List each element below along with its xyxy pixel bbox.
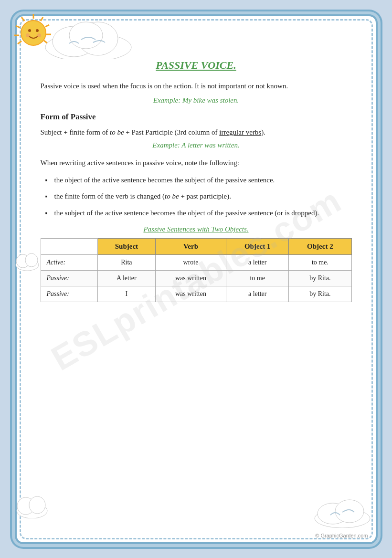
active-object1: a letter	[226, 255, 289, 271]
bullet-item-2: the finite form of the verb is changed (…	[45, 190, 352, 202]
irregular-verbs-link[interactable]: irregular verbs	[219, 128, 261, 136]
active-subject: Rita	[97, 255, 155, 271]
col-header-object2: Object 2	[289, 239, 351, 255]
svg-point-11	[36, 29, 39, 32]
passive1-verb: was written	[155, 271, 226, 286]
page-title: PASSIVE VOICE.	[41, 59, 352, 72]
table-row-active: Active: Rita wrote a letter to me.	[41, 255, 351, 271]
active-verb: wrote	[155, 255, 226, 271]
formula-text: Subject + finite form of to be + Past Pa…	[41, 126, 352, 139]
passive1-object1: to me	[226, 271, 289, 286]
intro-paragraph: Passive voice is used when the focus is …	[41, 80, 352, 92]
content-area: PASSIVE VOICE. Passive voice is used whe…	[41, 59, 352, 303]
bullet-list: the object of the active sentence become…	[41, 174, 352, 219]
row-label-passive2: Passive:	[41, 286, 97, 302]
row-label-active: Active:	[41, 255, 97, 271]
table-header-row: Subject Verb Object 1 Object 2	[41, 239, 351, 255]
passive1-object2: by Rita.	[289, 271, 351, 286]
cloud-left-decoration	[14, 253, 41, 271]
rules-intro: When rewriting active sentences in passi…	[41, 157, 352, 168]
cloud-top-decoration	[41, 19, 136, 59]
svg-point-20	[335, 500, 364, 523]
example-1: Example: My bike was stolen.	[41, 96, 352, 105]
passive1-subject: A letter	[97, 271, 155, 286]
passive2-object2: by Rita.	[289, 286, 351, 302]
col-header-subject: Subject	[97, 239, 155, 255]
bullet-item-1: the object of the active sentence become…	[45, 174, 352, 186]
svg-point-26	[29, 496, 45, 514]
bullet-text-3: the subject of the active sentence becom…	[54, 207, 319, 219]
bullet-text-2: the finite form of the verb is changed (…	[54, 190, 231, 202]
form-section-heading: Form of Passive	[41, 112, 352, 122]
page: ESLprintables.com PASSIVE VOICE. Passive…	[15, 14, 378, 544]
svg-line-5	[21, 17, 24, 21]
bullet-item-3: the subject of the active sentence becom…	[45, 207, 352, 219]
copyright-text: © GraphicGarden.com	[315, 533, 368, 538]
col-header-object1: Object 1	[226, 239, 289, 255]
table-row-passive2: Passive: I was written a letter by Rita.	[41, 286, 351, 302]
table-row-passive1: Passive: A letter was written to me by R…	[41, 271, 351, 286]
svg-point-12	[26, 33, 30, 37]
col-header-verb: Verb	[155, 239, 226, 255]
active-object2: to me.	[289, 255, 351, 271]
passive2-verb: was written	[155, 286, 226, 302]
cloud-bottom-left-decoration	[14, 495, 50, 518]
svg-point-17	[69, 22, 103, 49]
svg-point-23	[25, 253, 38, 267]
col-header-empty	[41, 239, 97, 255]
example-2: Example: A letter was written.	[41, 141, 352, 149]
svg-line-8	[18, 41, 21, 44]
table-title: Passive Sentences with Two Objects.	[41, 225, 352, 233]
passive2-subject: I	[97, 286, 155, 302]
cloud-bottom-right-decoration	[311, 497, 373, 528]
svg-line-6	[16, 26, 20, 28]
passive2-object1: a letter	[226, 286, 289, 302]
svg-point-10	[28, 29, 31, 32]
passive-voice-table: Subject Verb Object 1 Object 2 Active: R…	[41, 238, 352, 302]
bullet-text-1: the object of the active sentence become…	[54, 174, 275, 186]
row-label-passive1: Passive:	[41, 271, 97, 286]
